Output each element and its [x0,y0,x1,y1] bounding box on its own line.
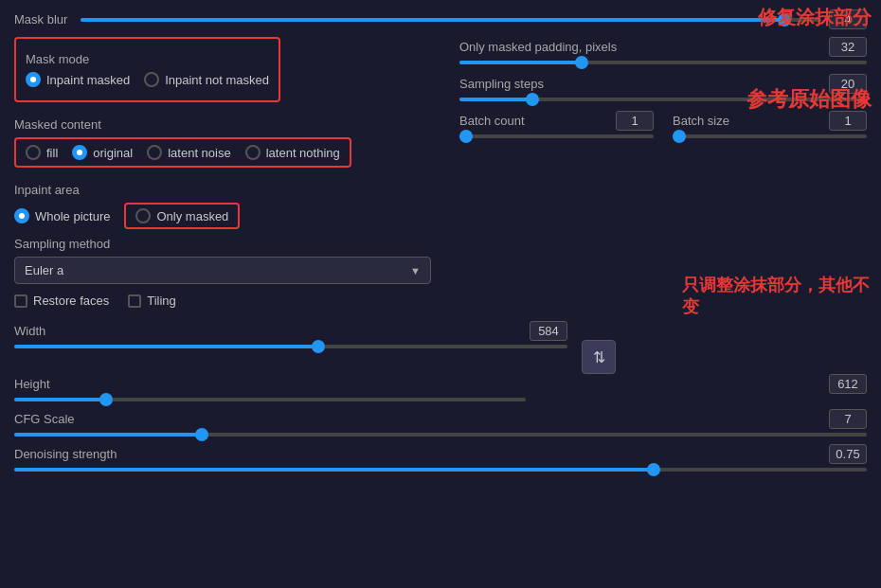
original-label: original [93,146,133,160]
height-value[interactable]: 612 [829,374,867,394]
bottom-section: Width 584 ⇅ [14,321,867,472]
tiling-label: Tiling [147,294,176,308]
batch-size-slider[interactable] [673,134,867,138]
batch-count-slider[interactable] [459,134,654,138]
denoising-strength-section: Denoising strength 0.75 [14,444,867,472]
whole-picture-radio[interactable] [14,208,29,223]
width-slider[interactable] [14,345,567,348]
only-masked-padding-label: Only masked padding, pixels [459,40,617,54]
tiling-checkbox[interactable] [128,294,141,308]
cfg-scale-slider[interactable] [14,433,867,437]
restore-faces-label: Restore faces [33,294,109,308]
latent-noise-option[interactable]: latent noise [147,145,231,160]
sampling-method-dropdown[interactable]: Euler a ▼ [14,257,431,284]
fill-radio[interactable] [26,145,41,160]
inpaint-not-masked-option[interactable]: Inpaint not masked [144,72,269,87]
right-column: Only masked padding, pixels 32 Sampling … [450,37,867,315]
latent-nothing-radio[interactable] [245,145,261,160]
mask-blur-label: Mask blur [14,12,71,27]
restore-faces-item[interactable]: Restore faces [14,294,109,308]
only-masked-radio[interactable] [135,208,151,223]
only-masked-option[interactable]: Only masked [135,208,228,223]
dimensions-row: Width 584 ⇅ [14,321,867,374]
original-option[interactable]: original [72,145,133,160]
inpaint-area-group: Whole picture Only masked [14,203,431,229]
latent-nothing-option[interactable]: latent nothing [245,145,340,160]
latent-noise-label: latent noise [168,146,231,160]
only-masked-padding-value[interactable]: 32 [829,37,867,57]
denoising-strength-value[interactable]: 0.75 [829,444,867,464]
batch-count-label: Batch count [459,114,525,128]
cfg-scale-section: CFG Scale 7 [14,409,867,437]
denoising-strength-label: Denoising strength [14,447,117,461]
mask-mode-label: Mask mode [26,52,269,66]
mask-mode-group: Inpaint masked Inpaint not masked [26,72,269,87]
batch-row: Batch count 1 Batch size [459,111,867,142]
height-label: Height [14,377,50,391]
sampling-method-value: Euler a [25,263,63,277]
mask-blur-value[interactable]: 4 [829,9,867,29]
cfg-scale-value[interactable]: 7 [829,409,867,429]
inpaint-area-label: Inpaint area [14,183,431,197]
whole-picture-label: Whole picture [35,209,110,223]
inpaint-not-masked-label: Inpaint not masked [165,73,269,87]
inpaint-not-masked-radio[interactable] [144,72,159,87]
cfg-scale-label: CFG Scale [14,412,75,426]
swap-dimensions-button[interactable]: ⇅ [582,340,616,374]
batch-size-label: Batch size [673,114,729,128]
restore-faces-checkbox[interactable] [14,294,27,308]
swap-button-container: ⇅ [582,321,616,374]
mask-blur-row: Mask blur 4 [14,9,867,29]
original-radio[interactable] [72,145,87,160]
mask-blur-slider[interactable] [81,10,821,29]
batch-size-value[interactable]: 1 [829,111,867,131]
sampling-steps-label: Sampling steps [459,77,544,91]
batch-size-item: Batch size 1 [673,111,867,142]
denoising-strength-slider[interactable] [14,468,867,472]
latent-noise-radio[interactable] [147,145,162,160]
latent-nothing-label: latent nothing [266,146,340,160]
width-section: Width 584 [14,321,567,352]
chevron-down-icon: ▼ [410,265,421,276]
inpaint-masked-label: Inpaint masked [46,73,130,87]
fill-option[interactable]: fill [26,145,58,160]
inpaint-masked-option[interactable]: Inpaint masked [26,72,130,87]
restore-tiling-row: Restore faces Tiling [14,294,431,308]
batch-count-value[interactable]: 1 [616,111,654,131]
height-slider[interactable] [14,398,867,401]
sampling-method-label: Sampling method [14,237,431,251]
width-value[interactable]: 584 [530,321,567,341]
only-masked-padding-slider[interactable] [459,61,867,64]
left-column: Mask mode Inpaint masked Inpaint not mas… [14,37,431,315]
only-masked-label: Only masked [156,209,228,223]
swap-icon: ⇅ [593,348,605,366]
fill-label: fill [46,146,58,160]
width-label: Width [14,324,45,338]
height-section: Height 612 [14,374,867,401]
whole-picture-option[interactable]: Whole picture [14,208,110,223]
tiling-item[interactable]: Tiling [128,294,176,308]
inpaint-masked-radio[interactable] [26,72,41,87]
sampling-steps-slider[interactable] [459,98,867,101]
masked-content-label: Masked content [14,117,431,132]
sampling-steps-row: Sampling steps 20 [459,74,867,94]
sampling-steps-value[interactable]: 20 [829,74,867,94]
batch-count-item: Batch count 1 [459,111,654,142]
